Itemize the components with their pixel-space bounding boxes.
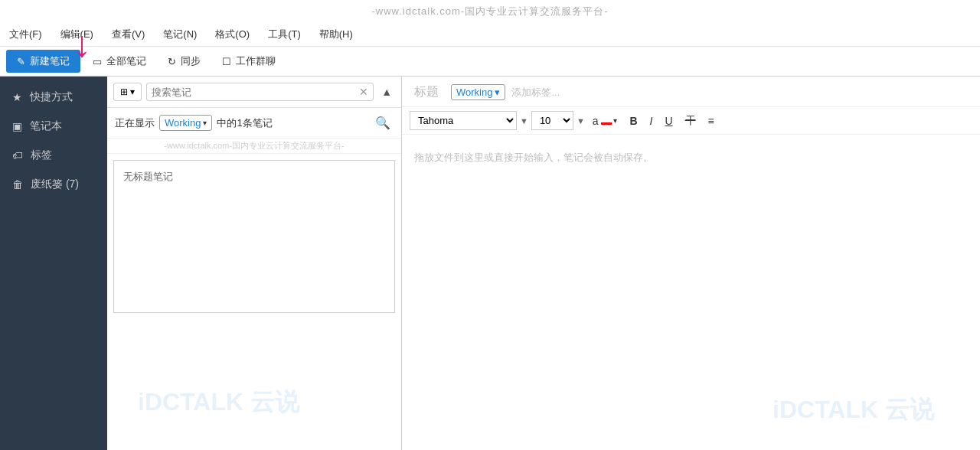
italic-button[interactable]: I [645, 112, 658, 129]
view-toggle-button[interactable]: ⊞ ▾ [113, 83, 142, 101]
menu-note[interactable]: 笔记(N) [160, 26, 200, 43]
sidebar-item-trash[interactable]: 🗑 废纸篓 (7) [0, 170, 107, 199]
font-selector[interactable]: Tahoma Arial 宋体 微软雅黑 [410, 111, 517, 130]
color-format-button[interactable]: a ▾ [588, 112, 622, 129]
work-chat-label: 工作群聊 [236, 54, 276, 68]
new-note-label: 新建笔记 [30, 54, 70, 68]
size-dropdown-icon: ▼ [577, 116, 585, 126]
sync-label: 同步 [181, 54, 201, 68]
color-letter: a [593, 115, 612, 127]
work-chat-icon: ☐ [222, 56, 231, 67]
sidebar: ★ 快捷方式 ▣ 笔记本 🏷 标签 🗑 废纸篓 (7) [0, 77, 107, 450]
menubar: 文件(F) 编辑(E) 查看(V) 笔记(N) 格式(O) 工具(T) 帮助(H… [0, 23, 980, 47]
size-selector[interactable]: 10 12 14 16 [531, 111, 573, 130]
new-note-button[interactable]: ✎ 新建笔记 [6, 50, 80, 73]
filter-search-icon[interactable]: 🔍 [372, 112, 394, 133]
strikethrough-icon: 干 [685, 114, 696, 128]
main-layout: ★ 快捷方式 ▣ 笔记本 🏷 标签 🗑 废纸篓 (7) ⊞ ▾ ✕ [0, 77, 980, 450]
italic-icon: I [650, 115, 653, 127]
editor-content[interactable]: 拖放文件到这里或直接开始输入，笔记会被自动保存。 [402, 135, 980, 450]
bold-icon: B [629, 115, 637, 127]
menu-tools[interactable]: 工具(T) [265, 26, 304, 43]
note-list-header: ⊞ ▾ ✕ ▲ [107, 77, 401, 108]
sync-icon: ↻ [168, 56, 176, 67]
sidebar-item-tags[interactable]: 🏷 标签 [0, 141, 107, 170]
star-icon: ★ [12, 91, 22, 103]
watermark-text: -www.idctalk.com-国内专业云计算交流服务平台- [371, 5, 608, 17]
menu-view[interactable]: 查看(V) [109, 26, 148, 43]
note-card-title: 无标题笔记 [123, 170, 385, 184]
grid-icon: ⊞ [120, 86, 128, 97]
new-note-icon: ✎ [17, 56, 25, 67]
menu-edit[interactable]: 编辑(E) [57, 26, 96, 43]
editor-toolbar: Tahoma Arial 宋体 微软雅黑 ▼ 10 12 14 16 ▼ a ▾ [402, 107, 980, 135]
editor-tag-button[interactable]: Working ▾ [451, 84, 505, 100]
color-indicator [601, 122, 612, 125]
more-format-icon: ≡ [708, 115, 714, 127]
notebook-icon: ▣ [12, 120, 22, 132]
filter-tag-button[interactable]: Working ▾ [159, 115, 212, 131]
tag-icon: 🏷 [12, 149, 23, 161]
filter-count-label: 中的1条笔记 [217, 116, 272, 130]
menu-file[interactable]: 文件(F) [6, 26, 45, 43]
sidebar-item-notebooks[interactable]: ▣ 笔记本 [0, 112, 107, 141]
all-notes-label: 全部笔记 [106, 54, 146, 68]
note-filter-bar: 正在显示 Working ▾ 中的1条笔记 🔍 [107, 108, 401, 139]
color-label: a [593, 115, 599, 127]
editor-tag-dropdown-icon: ▾ [495, 86, 500, 98]
search-input[interactable] [152, 86, 359, 98]
sidebar-notebooks-label: 笔记本 [30, 119, 62, 133]
dropdown-arrow-icon: ▾ [130, 86, 135, 97]
underline-icon: U [665, 115, 672, 127]
all-notes-icon: ▭ [93, 56, 102, 67]
note-list-panel: ⊞ ▾ ✕ ▲ 正在显示 Working ▾ 中的1条笔记 🔍 -www.idc… [107, 77, 402, 450]
editor-tag-label: Working [456, 86, 492, 98]
bold-button[interactable]: B [625, 112, 642, 129]
sidebar-tags-label: 标签 [31, 148, 52, 162]
add-tag-button[interactable]: 添加标签... [511, 86, 560, 99]
note-list-watermark-bar: -www.idctalk.com-国内专业云计算交流服务平台- [107, 139, 401, 154]
work-chat-button[interactable]: ☐ 工作群聊 [213, 50, 285, 73]
sync-button[interactable]: ↻ 同步 [158, 50, 210, 73]
all-notes-button[interactable]: ▭ 全部笔记 [83, 50, 155, 73]
note-card[interactable]: 无标题笔记 [113, 160, 395, 313]
editor-placeholder: 拖放文件到这里或直接开始输入，笔记会被自动保存。 [414, 150, 653, 166]
editor-tag-section: Working ▾ 添加标签... [451, 84, 560, 100]
editor-title: 标题 [414, 84, 439, 100]
filter-label: 正在显示 [115, 116, 155, 130]
strikethrough-button[interactable]: 干 [681, 112, 701, 130]
chevron-up-icon[interactable]: ▲ [378, 83, 395, 101]
more-format-button[interactable]: ≡ [704, 112, 719, 129]
note-list-watermark-text: -www.idctalk.com-国内专业云计算交流服务平台- [164, 141, 344, 150]
sidebar-shortcuts-label: 快捷方式 [30, 90, 73, 104]
toolbar: ✎ 新建笔记 ▭ 全部笔记 ↻ 同步 ☐ 工作群聊 [0, 47, 980, 77]
note-cards: 无标题笔记 [107, 154, 401, 450]
sidebar-trash-label: 废纸篓 (7) [31, 178, 79, 191]
sidebar-item-shortcuts[interactable]: ★ 快捷方式 [0, 83, 107, 112]
search-clear-icon[interactable]: ✕ [359, 86, 368, 98]
color-dropdown-icon: ▾ [613, 116, 617, 125]
underline-button[interactable]: U [660, 112, 677, 129]
note-editor-panel: 标题 Working ▾ 添加标签... Tahoma Arial 宋体 微软雅… [402, 77, 980, 450]
search-box: ✕ [146, 83, 374, 101]
watermark-top: -www.idctalk.com-国内专业云计算交流服务平台- [0, 0, 980, 23]
filter-tag-label: Working [165, 117, 201, 129]
menu-format[interactable]: 格式(O) [212, 26, 253, 43]
menu-help[interactable]: 帮助(H) [316, 26, 356, 43]
font-dropdown-icon: ▼ [520, 116, 528, 126]
trash-icon: 🗑 [12, 178, 23, 191]
editor-header: 标题 Working ▾ 添加标签... [402, 77, 980, 107]
filter-dropdown-icon: ▾ [203, 119, 207, 127]
